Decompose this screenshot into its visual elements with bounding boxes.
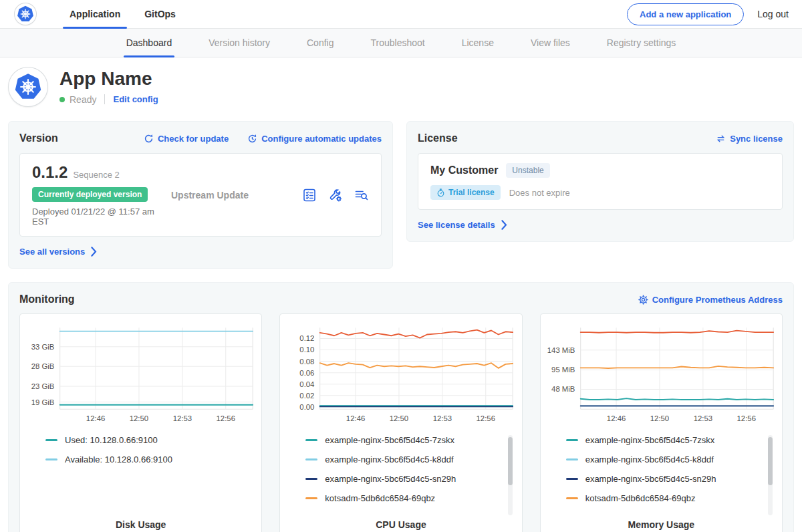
chart-card-memory-usage: 143 MiB95 MiB48 MiB12:4612:5012:5312:56e… [540, 313, 783, 532]
license-card-title: License [418, 132, 458, 144]
tab-gitops[interactable]: GitOps [136, 0, 184, 29]
chart-card-disk-usage: 33 GiB28 GiB23 GiB19 GiB12:4612:5012:531… [19, 313, 262, 532]
svg-text:12:56: 12:56 [477, 414, 495, 422]
version-number: 0.1.2 [32, 163, 68, 181]
preflight-checks-icon[interactable] [302, 188, 317, 203]
version-card-title: Version [19, 132, 58, 144]
view-logs-icon[interactable] [354, 188, 369, 203]
config-wrench-icon[interactable] [328, 188, 343, 203]
see-license-details-label: See license details [418, 220, 495, 230]
legend-label: Available: 10.128.0.66:9100 [65, 454, 172, 464]
chevron-right-icon [499, 220, 509, 230]
logout-button[interactable]: Log out [757, 9, 789, 19]
svg-text:23 GiB: 23 GiB [31, 382, 55, 390]
legend-label: example-nginx-5bc6f5d4c5-sn29h [325, 474, 456, 484]
see-all-versions-link[interactable]: See all versions [19, 247, 99, 257]
subnav-registry-settings[interactable]: Registry settings [607, 29, 676, 57]
add-application-button[interactable]: Add a new application [627, 3, 744, 25]
see-license-details-link[interactable]: See license details [418, 220, 509, 230]
legend-swatch [566, 458, 578, 460]
svg-text:12:56: 12:56 [737, 414, 755, 422]
tab-application-label: Application [70, 9, 120, 19]
legend-item: example-nginx-5bc6f5d4c5-sn29h [305, 474, 500, 484]
legend-scrollbar-track[interactable] [508, 435, 513, 515]
subnav-version-history[interactable]: Version history [209, 29, 270, 57]
configure-automatic-updates-label: Configure automatic updates [261, 134, 382, 144]
legend-label: example-nginx-5bc6f5d4c5-k8ddf [325, 454, 453, 464]
top-nav: Application GitOps Add a new application… [0, 0, 802, 29]
legend-scrollbar-track[interactable] [768, 435, 773, 515]
legend-item: example-nginx-5bc6f5d4c5-k8ddf [566, 454, 761, 464]
svg-text:28 GiB: 28 GiB [31, 362, 55, 370]
legend-swatch [566, 439, 578, 441]
legend-swatch [45, 458, 57, 460]
svg-text:0.04: 0.04 [300, 380, 315, 388]
svg-text:12:53: 12:53 [693, 414, 712, 422]
edit-config-link[interactable]: Edit config [113, 94, 158, 104]
gear-icon [638, 295, 648, 305]
subnav-view-files[interactable]: View files [531, 29, 570, 57]
check-for-update-label: Check for update [158, 134, 229, 144]
subnav-config[interactable]: Config [307, 29, 333, 57]
disk-usage-legend: Used: 10.128.0.66:9100Available: 10.128.… [45, 435, 255, 513]
sync-license-link[interactable]: Sync license [716, 134, 783, 144]
channel-badge: Unstable [506, 163, 549, 178]
svg-text:12:53: 12:53 [433, 414, 452, 422]
tab-application[interactable]: Application [61, 0, 128, 29]
page-title: App Name [59, 69, 158, 90]
svg-text:12:50: 12:50 [390, 414, 408, 422]
stopwatch-icon [436, 188, 445, 197]
legend-item: example-nginx-5bc6f5d4c5-k8ddf [305, 454, 500, 464]
legend-item: Used: 10.128.0.66:9100 [45, 435, 240, 445]
subnav-license[interactable]: License [462, 29, 494, 57]
monitoring-card: Monitoring Configure Prometheus Address … [8, 282, 794, 532]
tab-gitops-label: GitOps [144, 9, 176, 19]
sync-icon [716, 134, 726, 144]
trial-license-badge: Trial license [430, 185, 501, 200]
disk-usage-plot: 33 GiB28 GiB23 GiB19 GiB12:4612:5012:531… [25, 322, 256, 427]
legend-item: example-nginx-5bc6f5d4c5-7zskx [566, 435, 761, 445]
svg-text:95 MiB: 95 MiB [551, 366, 575, 374]
svg-text:12:50: 12:50 [650, 414, 668, 422]
subnav-dashboard[interactable]: Dashboard [126, 29, 172, 57]
memory-usage-plot: 143 MiB95 MiB48 MiB12:4612:5012:5312:56 [546, 322, 777, 427]
chevron-right-icon [89, 247, 99, 257]
svg-text:12:46: 12:46 [346, 414, 365, 422]
memory-usage-title: Memory Usage [546, 515, 777, 530]
configure-prometheus-link[interactable]: Configure Prometheus Address [638, 295, 783, 305]
legend-label: Used: 10.128.0.66:9100 [65, 435, 158, 445]
legend-scrollbar-thumb[interactable] [768, 437, 773, 485]
monitoring-title: Monitoring [19, 293, 75, 305]
app-avatar-kubernetes-icon [9, 68, 47, 106]
deployed-timestamp: Deployed 01/21/22 @ 11:57 am EST [32, 207, 171, 227]
series-line [320, 330, 513, 338]
legend-swatch [305, 458, 317, 460]
app-header: App Name Ready Edit config [0, 57, 802, 114]
legend-swatch [566, 478, 578, 480]
series-line [580, 398, 773, 400]
subnav-troubleshoot[interactable]: Troubleshoot [370, 29, 424, 57]
cpu-usage-plot: 0.120.100.080.060.040.020.0012:4612:5012… [285, 322, 516, 427]
license-expiry: Does not expire [509, 188, 570, 198]
svg-text:48 MiB: 48 MiB [551, 385, 575, 393]
legend-swatch [305, 478, 317, 480]
legend-item: example-nginx-5bc6f5d4c5-7zskx [305, 435, 500, 445]
current-version-panel: 0.1.2Sequence 2 Currently deployed versi… [19, 153, 382, 237]
legend-swatch [305, 439, 317, 441]
cpu-usage-title: CPU Usage [285, 515, 516, 530]
license-panel: My Customer Unstable Trial license Does … [418, 153, 783, 210]
legend-item: Available: 10.128.0.66:9100 [45, 454, 240, 464]
series-line [580, 366, 773, 368]
check-for-update-link[interactable]: Check for update [144, 134, 229, 144]
legend-label: example-nginx-5bc6f5d4c5-k8ddf [585, 454, 714, 464]
version-source-label: Upstream Update [171, 190, 249, 201]
svg-text:0.08: 0.08 [300, 358, 315, 366]
configure-automatic-updates-link[interactable]: Configure automatic updates [247, 134, 382, 144]
legend-swatch [566, 497, 578, 499]
kubernetes-logo-icon [15, 3, 36, 25]
legend-label: kotsadm-5db6dc6584-69qbz [585, 493, 696, 503]
legend-swatch [45, 439, 57, 441]
legend-scrollbar-thumb[interactable] [508, 437, 513, 485]
series-line [320, 363, 513, 368]
legend-item: kotsadm-5db6dc6584-69qbz [305, 493, 500, 503]
